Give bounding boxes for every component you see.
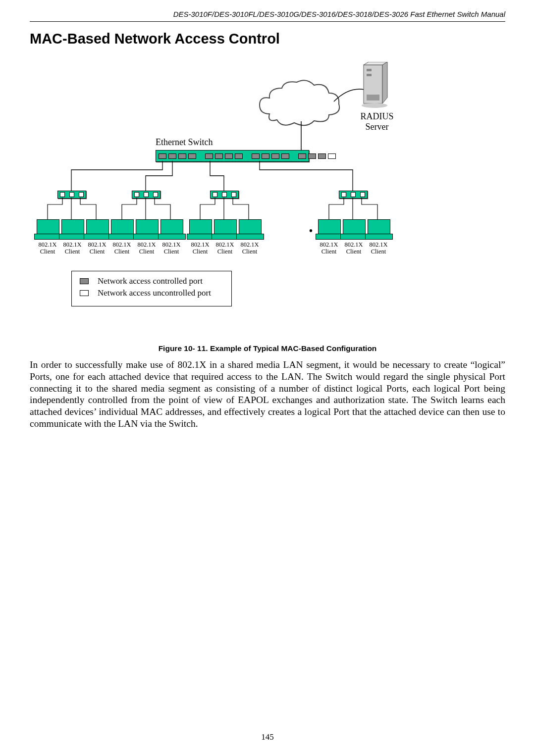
controlled-port-icon bbox=[80, 278, 89, 284]
network-diagram: RADIUS Server Ethernet Switch bbox=[42, 57, 473, 329]
legend-controlled-label: Network access controlled port bbox=[98, 276, 203, 286]
switch-label: Ethernet Switch bbox=[156, 137, 213, 148]
client-laptop-icon: 802.1XClient bbox=[189, 219, 214, 255]
client-laptop-icon: 802.1XClient bbox=[318, 219, 343, 255]
figure-caption: Figure 10- 11. Example of Typical MAC-Ba… bbox=[30, 344, 505, 353]
client-label-top: 802.1X bbox=[236, 242, 263, 249]
server-icon bbox=[359, 62, 388, 111]
client-label-bottom: Client bbox=[187, 249, 214, 255]
client-label-top: 802.1X bbox=[365, 242, 392, 249]
client-label-top: 802.1X bbox=[340, 242, 367, 249]
svg-rect-4 bbox=[367, 74, 372, 76]
body-paragraph: In order to successfully make use of 802… bbox=[30, 359, 505, 430]
client-laptop-icon: 802.1XClient bbox=[239, 219, 264, 255]
client-label-bottom: Client bbox=[212, 249, 238, 255]
client-label-top: 802.1X bbox=[84, 242, 110, 249]
client-label-bottom: Client bbox=[316, 249, 342, 255]
uncontrolled-port-icon bbox=[80, 290, 89, 296]
client-label-bottom: Client bbox=[340, 249, 367, 255]
client-label-bottom: Client bbox=[34, 249, 61, 255]
client-label-bottom: Client bbox=[133, 249, 160, 255]
client-laptop-icon: 802.1XClient bbox=[343, 219, 368, 255]
client-label-bottom: Client bbox=[236, 249, 263, 255]
client-laptop-icon: 802.1XClient bbox=[86, 219, 111, 255]
radius-label: RADIUS Server bbox=[355, 111, 399, 132]
client-label-bottom: Client bbox=[108, 249, 135, 255]
svg-rect-3 bbox=[367, 69, 372, 71]
svg-marker-2 bbox=[382, 62, 387, 103]
client-laptop-icon: 802.1XClient bbox=[111, 219, 136, 255]
client-label-bottom: Client bbox=[158, 249, 185, 255]
section-heading: MAC-Based Network Access Control bbox=[30, 31, 505, 47]
svg-point-6 bbox=[362, 103, 387, 108]
svg-rect-5 bbox=[367, 95, 379, 101]
client-label-bottom: Client bbox=[84, 249, 110, 255]
legend-box: Network access controlled port Network a… bbox=[71, 271, 232, 306]
client-laptop-icon: 802.1XClient bbox=[214, 219, 239, 255]
client-label-top: 802.1X bbox=[187, 242, 214, 249]
client-label-bottom: Client bbox=[365, 249, 392, 255]
client-laptop-icon: 802.1XClient bbox=[37, 219, 62, 255]
client-label-bottom: Client bbox=[59, 249, 86, 255]
client-label-top: 802.1X bbox=[212, 242, 238, 249]
client-laptop-icon: 802.1XClient bbox=[160, 219, 186, 255]
client-label-top: 802.1X bbox=[59, 242, 86, 249]
client-label-top: 802.1X bbox=[133, 242, 160, 249]
client-label-top: 802.1X bbox=[34, 242, 61, 249]
client-label-top: 802.1X bbox=[158, 242, 185, 249]
client-label-top: 802.1X bbox=[108, 242, 135, 249]
client-laptop-icon: 802.1XClient bbox=[368, 219, 393, 255]
page-number: 145 bbox=[0, 732, 535, 742]
client-laptop-icon: 802.1XClient bbox=[136, 219, 161, 255]
client-label-top: 802.1X bbox=[316, 242, 342, 249]
client-laptop-icon: 802.1XClient bbox=[61, 219, 87, 255]
page-header: DES-3010F/DES-3010FL/DES-3010G/DES-3016/… bbox=[30, 10, 505, 22]
legend-uncontrolled-label: Network access uncontrolled port bbox=[98, 288, 211, 298]
